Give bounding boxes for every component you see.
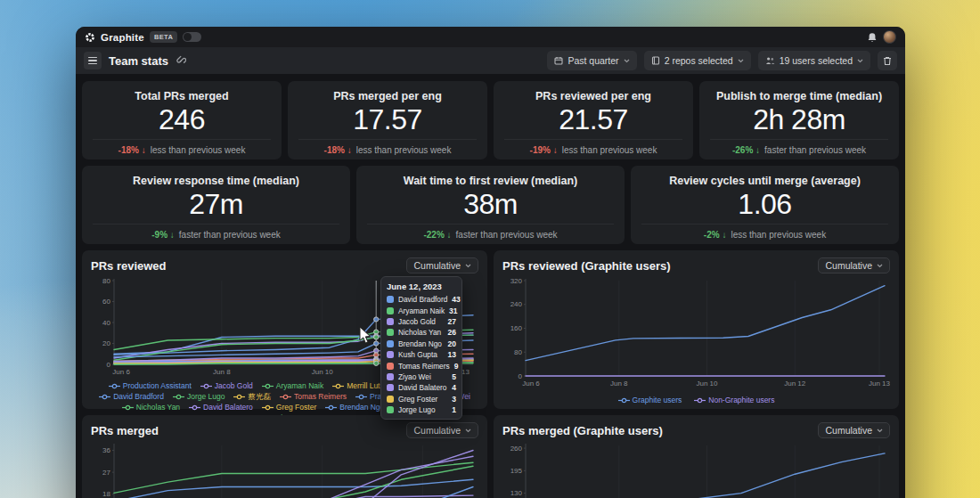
tooltip-user-value: 4 <box>452 383 456 392</box>
users-filter[interactable]: 19 users selected <box>758 51 870 70</box>
stat-title: PRs reviewed per eng <box>494 90 693 102</box>
stat-delta: -2% ↓less than previous week <box>631 230 899 240</box>
legend-item[interactable]: David Bradford <box>99 392 164 402</box>
stat-title: Total PRs merged <box>82 90 282 102</box>
legend-item[interactable]: Brendan Ngo <box>325 403 384 412</box>
view-mode-select[interactable]: Cumulative <box>406 422 478 438</box>
chevron-down-icon <box>877 264 883 268</box>
delete-dashboard-button[interactable] <box>878 51 897 70</box>
menu-button[interactable] <box>84 52 102 69</box>
filter-group: Past quarter 2 repos selected 19 users s… <box>547 51 897 70</box>
svg-text:Jun 6: Jun 6 <box>522 380 540 388</box>
svg-text:Jun 8: Jun 8 <box>213 368 231 376</box>
legend-item[interactable]: Nicholas Yan <box>122 403 180 412</box>
series-marker-icon <box>200 383 212 389</box>
user-avatar[interactable] <box>883 30 896 44</box>
legend-label: 蔡光磊 <box>248 392 271 402</box>
series-marker-icon <box>694 397 706 404</box>
titlebar: Graphite BETA <box>76 27 905 47</box>
svg-text:60: 60 <box>102 298 110 306</box>
repos-filter[interactable]: 2 repos selected <box>644 51 751 70</box>
tooltip-user-name: Tomas Reimers <box>398 362 450 371</box>
stat-card-review-response-time: Review response time (median) 27m -9% ↓f… <box>82 166 350 244</box>
svg-text:18: 18 <box>102 490 110 498</box>
line-chart-svg: 065130195260Jun 6Jun 8Jun 10Jun 12Jun 13 <box>502 441 890 498</box>
users-icon <box>765 56 775 65</box>
series-marker-icon <box>262 404 274 411</box>
tooltip-user-value: 27 <box>448 317 456 326</box>
date-range-filter[interactable]: Past quarter <box>547 51 636 70</box>
series-color-swatch <box>387 396 394 403</box>
view-mode-select[interactable]: Cumulative <box>818 257 890 273</box>
beta-toggle[interactable] <box>183 32 201 42</box>
tooltip-user-name: Jorge Lugo <box>398 405 447 414</box>
chart-title: PRs merged <box>91 424 159 437</box>
legend-label: Aryaman Naik <box>276 381 323 391</box>
legend-item[interactable]: Greg Foster <box>262 403 316 412</box>
stat-delta: -22% ↓faster than previous week <box>356 230 625 240</box>
legend-item[interactable]: Graphite users <box>618 396 682 405</box>
notifications-bell-icon[interactable] <box>867 32 878 43</box>
app-window: Graphite BETA Team stats Past quarter <box>76 27 905 498</box>
stat-value: 1.06 <box>631 188 899 220</box>
tooltip-user-value: 5 <box>452 372 456 381</box>
series-color-swatch <box>387 340 394 347</box>
legend-item[interactable]: David Balatero <box>189 403 253 412</box>
svg-text:Jun 12: Jun 12 <box>784 380 806 388</box>
repo-icon <box>651 56 660 65</box>
svg-text:0: 0 <box>107 361 111 369</box>
beta-badge: BETA <box>150 31 177 43</box>
tooltip-user-name: Aryaman Naik <box>398 306 445 315</box>
tooltip-row: Jacob Gold27 <box>387 316 456 327</box>
tooltip-user-name: Brendan Ngo <box>398 339 444 348</box>
tooltip-user-name: Jacob Gold <box>398 317 444 326</box>
tooltip-row: Ziyao Wei5 <box>387 371 456 382</box>
line-chart-svg: 080160240320Jun 6Jun 8Jun 10Jun 12Jun 13 <box>502 276 890 388</box>
prs-merged-chart[interactable]: 09182736Jun 6Jun 8Jun 10Jun 12 <box>91 441 478 498</box>
stat-title: Wait time to first review (median) <box>356 175 625 187</box>
chevron-down-icon <box>738 59 744 63</box>
legend-label: Production Assistant <box>123 381 192 391</box>
legend-item[interactable]: Tomas Reimers <box>280 392 347 402</box>
chart-tooltip: June 12, 2023 David Bradford43Aryaman Na… <box>380 276 462 420</box>
view-mode-select[interactable]: Cumulative <box>406 257 478 273</box>
stat-cards-row-1: Total PRs merged 246 -18% ↓less than pre… <box>82 81 899 159</box>
legend-item[interactable]: Jorge Lugo <box>173 392 225 402</box>
prs-merged-graphite-users-chart[interactable]: 065130195260Jun 6Jun 8Jun 10Jun 12Jun 13 <box>502 441 890 498</box>
svg-text:Jun 6: Jun 6 <box>112 368 130 376</box>
chart-title: PRs reviewed <box>91 259 167 273</box>
tooltip-row: Tomas Reimers9 <box>387 360 456 371</box>
calendar-icon <box>554 56 563 65</box>
svg-text:27: 27 <box>102 469 110 477</box>
legend-label: David Bradford <box>113 392 164 402</box>
stat-title: Publish to merge time (median) <box>699 90 899 102</box>
view-mode-select[interactable]: Cumulative <box>818 422 890 438</box>
tooltip-row: David Balatero4 <box>387 382 456 393</box>
series-color-swatch <box>387 384 394 391</box>
legend-item[interactable]: Aryaman Naik <box>262 381 323 391</box>
svg-text:Jun 13: Jun 13 <box>869 380 890 388</box>
legend-item[interactable]: Non-Graphite users <box>694 396 774 405</box>
svg-text:260: 260 <box>510 445 523 453</box>
svg-text:130: 130 <box>510 489 523 497</box>
tooltip-row: David Bradford43 <box>387 294 456 305</box>
stat-delta: -19% ↓less than previous week <box>494 145 693 155</box>
legend-label: Jorge Lugo <box>187 392 225 402</box>
svg-text:160: 160 <box>510 324 523 332</box>
legend-item[interactable]: Jacob Gold <box>200 381 253 391</box>
series-color-swatch <box>387 296 394 303</box>
stat-value: 2h 28m <box>699 103 899 135</box>
chevron-down-icon <box>465 429 471 433</box>
tooltip-user-value: 13 <box>448 350 456 359</box>
tooltip-user-name: Greg Foster <box>398 395 447 404</box>
svg-text:320: 320 <box>510 277 523 285</box>
legend-item[interactable]: 蔡光磊 <box>233 392 271 402</box>
stat-value: 27m <box>82 188 350 220</box>
stat-value: 17.57 <box>288 103 487 135</box>
legend-item[interactable]: Production Assistant <box>109 381 192 391</box>
copy-link-icon[interactable] <box>176 55 186 66</box>
series-marker-icon <box>173 394 184 400</box>
prs-reviewed-graphite-users-chart[interactable]: 080160240320Jun 6Jun 8Jun 10Jun 12Jun 13 <box>502 276 890 392</box>
graphite-logo-icon <box>85 32 95 43</box>
tooltip-row: Aryaman Naik31 <box>387 305 456 315</box>
